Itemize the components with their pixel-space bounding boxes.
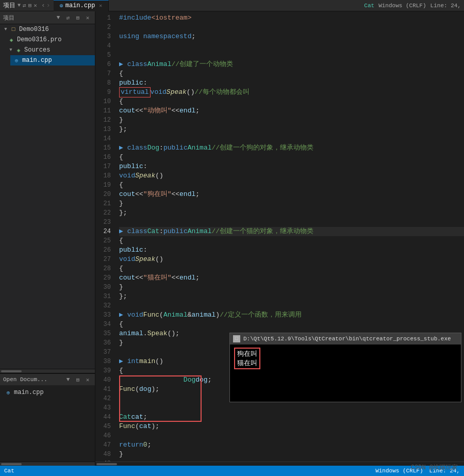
popup-cat-output: 猫在叫 <box>237 359 257 367</box>
code-line-6: ▶ class Animal //创建了一个动物类 <box>119 60 464 69</box>
code-line-1: #include <iostream> <box>119 13 464 23</box>
close-sidebar-icon[interactable]: ✕ <box>84 13 92 22</box>
bottom-panel-icons: ▼ ⊞ ✕ <box>64 375 92 384</box>
code-line-2 <box>119 23 464 32</box>
bottom-scrollbar[interactable] <box>0 462 95 466</box>
code-line-21: } <box>119 199 464 208</box>
code-line-47: return 0; <box>119 440 464 450</box>
code-line-23 <box>119 218 464 227</box>
bottom-panel-close[interactable]: ✕ <box>84 375 92 384</box>
tree-arrow-root: ▼ <box>2 26 9 33</box>
code-line-33: ▶ void Func(Animal& animal) //定义一个函数，用来调… <box>119 310 464 320</box>
code-line-30: } <box>119 283 464 292</box>
link-icon[interactable]: ⇄ <box>23 2 26 9</box>
back-nav-icon[interactable]: ‹ <box>41 2 45 9</box>
code-line-26: public: <box>119 245 464 255</box>
code-line-27: void Speak() <box>119 255 464 264</box>
code-line-5 <box>119 51 464 60</box>
popup-dog-output: 狗在叫 <box>237 350 257 357</box>
code-line-25: { <box>119 236 464 245</box>
bottom-panel-split[interactable]: ⊞ <box>74 375 82 384</box>
pro-file-icon: ◈ <box>7 36 15 44</box>
sidebar-bottom-header: Open Docum... ▼ ⊞ ✕ <box>0 374 95 385</box>
code-line-15: ▶ class Dog:public Animal //创建一个狗的对象，继承动… <box>119 143 464 153</box>
pro-file-label: Demo0316.pro <box>17 36 61 43</box>
tree-project-root[interactable]: ▼ □ Demo0316 <box>0 24 95 35</box>
sidebar-bottom-panel: Open Docum... ▼ ⊞ ✕ ⊕ main.cpp <box>0 373 95 466</box>
popup-title: D:\Qt\Qt5.12.9\Tools\QtCreator\bin\qtcre… <box>243 336 451 342</box>
open-doc-label: main.cpp <box>14 389 44 396</box>
code-line-8: public: <box>119 78 464 88</box>
code-line-32 <box>119 301 464 310</box>
open-doc-icon: ⊕ <box>4 388 12 397</box>
code-line-43 <box>119 403 464 413</box>
code-line-14 <box>119 134 464 143</box>
close-icon[interactable]: ✕ <box>34 2 37 9</box>
popup-content: 狗在叫 猫在叫 <box>230 344 461 402</box>
tab-file-icon: ⊕ <box>60 2 63 10</box>
code-line-12: } <box>119 116 464 125</box>
tab-close-btn[interactable]: ✕ <box>99 3 102 9</box>
bottom-scrollbar-thumb[interactable] <box>1 463 22 465</box>
editor-scrollbar-thumb[interactable] <box>96 463 117 465</box>
project-icon: □ <box>9 25 18 34</box>
sidebar-header-title: 项目 <box>3 14 14 22</box>
line-ending-indicator: Windows (CRLF) <box>378 3 426 9</box>
class-indicator: Cat <box>364 3 374 9</box>
editor-h-scrollbar[interactable] <box>95 462 464 466</box>
filter-icon[interactable]: ▼ <box>54 13 62 22</box>
line-info-indicator: Line: 24, <box>430 3 461 9</box>
code-line-13: }; <box>119 125 464 134</box>
title-bar-right: Cat Windows (CRLF) Line: 24, <box>364 3 461 9</box>
bottom-panel-arrow[interactable]: ▼ <box>64 375 72 384</box>
status-bar: Cat Windows (CRLF) Line: 24, <box>0 466 464 476</box>
code-line-49 <box>119 459 464 462</box>
tab-label: main.cpp <box>65 2 95 9</box>
sidebar-scrollbar[interactable] <box>0 369 95 373</box>
filter-icon[interactable]: ▼ <box>18 3 21 8</box>
code-line-46 <box>119 431 464 440</box>
tree-sources-folder[interactable]: ▼ ◈ Sources <box>5 45 95 55</box>
tab-main-cpp[interactable]: ⊕ main.cpp ✕ <box>54 0 109 11</box>
cpp-file-icon: ⊕ <box>12 56 21 64</box>
popup-titlebar: □ D:\Qt\Qt5.12.9\Tools\QtCreator\bin\qtc… <box>230 333 461 344</box>
code-line-34: { <box>119 320 464 329</box>
title-bar-left: 项目 ▼ ⇄ ⊞ ✕ <box>3 1 37 10</box>
code-line-17: public: <box>119 162 464 171</box>
code-line-10: { <box>119 97 464 106</box>
sidebar-scrollbar-thumb[interactable] <box>1 370 22 372</box>
line-numbers: 1 2 3 4 5 6 7 8 9 10 11 12 13 14 15 16 1 <box>95 11 115 462</box>
project-label: 项目 <box>3 1 15 10</box>
split-icon[interactable]: ⊞ <box>28 2 32 9</box>
sidebar-header: 项目 ▼ ⇄ ⊞ ✕ <box>0 11 95 24</box>
code-line-18: void Speak() <box>119 171 464 180</box>
sources-label: Sources <box>24 46 50 54</box>
sidebar-icons: ▼ ⇄ ⊞ ✕ <box>54 13 92 22</box>
sidebar-top: 项目 ▼ ⇄ ⊞ ✕ ▼ □ Demo0316 ◈ Demo0316 <box>0 11 95 369</box>
split-icon[interactable]: ⊞ <box>74 13 82 22</box>
code-line-31: }; <box>119 292 464 301</box>
code-line-44: Cat cat; <box>119 413 464 422</box>
sources-arrow: ▼ <box>7 46 14 54</box>
tree-pro-file[interactable]: ◈ Demo0316.pro <box>5 35 95 45</box>
popup-app-icon: □ <box>233 335 240 342</box>
code-line-28: { <box>119 264 464 273</box>
tree-main-cpp[interactable]: ⊕ main.cpp <box>10 55 95 65</box>
code-line-16: { <box>119 153 464 162</box>
title-bar: 项目 ▼ ⇄ ⊞ ✕ ‹ › ⊕ main.cpp ✕ Cat Windows … <box>0 0 464 11</box>
open-doc-item[interactable]: ⊕ main.cpp <box>2 387 93 398</box>
csdn-watermark: CSDN @挨踢玩家 <box>411 463 458 472</box>
code-line-22: }; <box>119 208 464 218</box>
forward-nav-icon[interactable]: › <box>46 2 51 9</box>
code-line-29: cout << "猫在叫"<< endl; <box>119 273 464 283</box>
popup-console: □ D:\Qt\Qt5.12.9\Tools\QtCreator\bin\qtc… <box>229 333 461 402</box>
bottom-panel-title: Open Docum... <box>3 376 47 383</box>
watermark-text: CSDN @挨踢玩家 <box>411 464 458 471</box>
status-left: Cat <box>4 468 14 474</box>
popup-line1: 狗在叫 猫在叫 <box>234 348 457 369</box>
code-line-11: cout << "动物叫"<< endl; <box>119 106 464 116</box>
main-cpp-label: main.cpp <box>22 57 52 64</box>
project-name-label: Demo0316 <box>19 26 49 33</box>
link-icon[interactable]: ⇄ <box>64 13 72 22</box>
sidebar: 项目 ▼ ⇄ ⊞ ✕ ▼ □ Demo0316 ◈ Demo0316 <box>0 11 95 466</box>
